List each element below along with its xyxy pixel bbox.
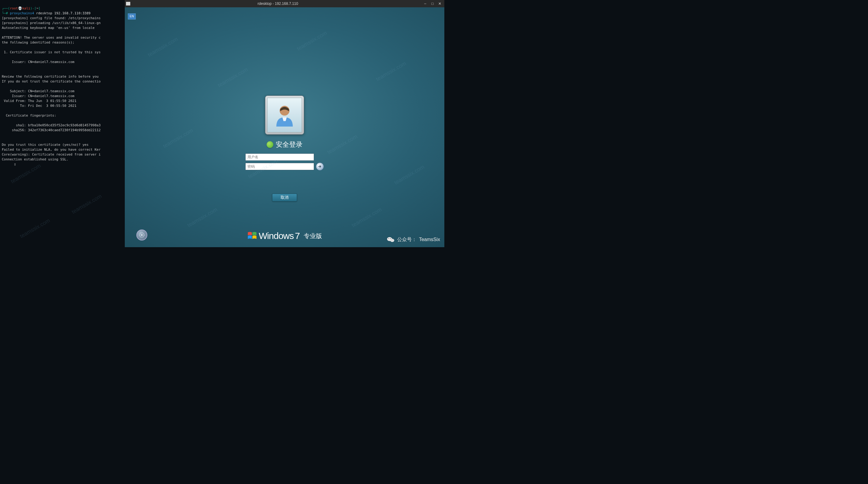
svg-point-6 [390, 238, 391, 239]
prompt-host: kali [22, 6, 30, 10]
shield-icon [267, 141, 273, 148]
term-line: the following identified reasons(s); [2, 40, 74, 44]
username-input[interactable] [245, 153, 314, 161]
submit-arrow-button[interactable] [316, 162, 324, 171]
windows7-brand: Windows 7 专业版 [247, 231, 322, 241]
watermark: teamssix.com [296, 30, 328, 52]
watermark: teamssix.com [326, 133, 359, 156]
cancel-button[interactable]: 取消 [272, 193, 297, 202]
prompt-end: ] [38, 6, 40, 10]
term-line: [proxychains] preloading /usr/lib/x86_64… [2, 21, 101, 25]
wechat-icon [387, 236, 395, 243]
minimize-button[interactable]: – [423, 2, 427, 6]
watermark: teamssix.com [375, 60, 407, 83]
password-row [245, 162, 324, 171]
language-badge[interactable]: EN [128, 13, 136, 20]
wechat-label: 公众号： [397, 237, 417, 243]
term-line: Failed to initialize NLA, do you have co… [2, 148, 101, 152]
ease-of-access-button[interactable] [136, 230, 147, 240]
term-line: Do you trust this certificate (yes/no)? … [2, 143, 89, 147]
term-line: sha1: bfba10e050cd35f52ec9c93d6d81457998… [2, 123, 101, 127]
terminal-pane[interactable]: ┌──(root💀kali)-[~] └─# proxychains4 rdes… [0, 0, 125, 247]
window-title: rdesktop - 192.168.7.110 [133, 2, 423, 6]
term-line: Valid From: Thu Jun 3 01:55:50 2021 [2, 99, 76, 103]
prompt-open: ┌──( [2, 6, 10, 10]
svg-point-5 [388, 238, 389, 239]
svg-point-8 [393, 240, 393, 240]
term-line: Review the following certificate info be… [2, 74, 101, 79]
watermark: teamssix.com [186, 206, 219, 229]
close-button[interactable]: ✕ [438, 2, 442, 6]
term-line: [proxychains] config file found: /etc/pr… [2, 16, 101, 20]
term-line: ▯ [2, 162, 16, 166]
watermark: teamssix.com [351, 206, 383, 229]
wechat-footer: 公众号：TeamsSix [387, 236, 440, 243]
term-line: Issuer: CN=daniel7.teamssix.com [2, 60, 74, 64]
term-line: Certificate fingerprints: [2, 114, 56, 118]
prompt-user: root [10, 6, 18, 10]
password-input[interactable] [245, 163, 314, 170]
watermark: teamssix.com [393, 164, 426, 186]
watermark: teamssix.com [217, 66, 249, 89]
wechat-name: TeamsSix [419, 237, 440, 242]
maximize-button[interactable]: □ [430, 2, 435, 6]
brand-windows-text: Windows [259, 231, 294, 241]
watermark: teamssix.com [147, 36, 179, 58]
prompt-line2: └─# [2, 11, 8, 15]
term-line: Core(warning): Certificate received from… [2, 152, 101, 156]
window-controls: – □ ✕ [423, 2, 442, 6]
secure-login-text: 安全登录 [276, 140, 303, 149]
username-row [245, 153, 324, 161]
windows-flag-icon [247, 231, 257, 240]
user-avatar-icon [267, 98, 302, 132]
term-line: sha256: 342ef7363c40caed7230f194b9958dd2… [2, 128, 101, 132]
skull-icon: 💀 [18, 6, 22, 10]
prompt-close: )-[ [30, 6, 36, 10]
svg-point-7 [391, 240, 392, 240]
term-line: 1. Certificate issuer is not trusted by … [2, 50, 101, 54]
window-icon [126, 2, 130, 5]
brand-seven-text: 7 [295, 231, 300, 241]
cmd-rest: rdesktop 192.168.7.110:3389 [34, 11, 90, 15]
term-line: To: Fri Dec 3 00:55:50 2021 [2, 104, 76, 108]
user-avatar-frame [265, 96, 304, 134]
term-line: If you do not trust the certificate the … [2, 80, 101, 83]
term-line: Issuer: CN=daniel7.teamssix.com [2, 94, 74, 98]
brand-edition-text: 专业版 [304, 232, 322, 240]
cmd-proxychains: proxychains4 [10, 11, 34, 15]
term-line: Connection established using SSL. [2, 157, 68, 161]
prompt-path: ~ [36, 6, 38, 10]
login-center: 安全登录 取消 [245, 96, 324, 202]
titlebar[interactable]: rdesktop - 192.168.7.110 – □ ✕ [125, 0, 444, 7]
watermark: teamssix.com [162, 127, 194, 149]
login-screen: EN 安全登录 [125, 7, 444, 247]
svg-point-4 [390, 239, 394, 242]
term-line: Subject: CN=daniel7.teamssix.com [2, 89, 74, 93]
term-line: Autoselecting keyboard map 'en-us' from … [2, 26, 95, 30]
rdesktop-window: rdesktop - 192.168.7.110 – □ ✕ EN [125, 0, 444, 247]
term-line: ATTENTION! The server uses and invalid s… [2, 36, 101, 39]
secure-login-label: 安全登录 [267, 140, 303, 149]
svg-point-2 [141, 234, 143, 236]
